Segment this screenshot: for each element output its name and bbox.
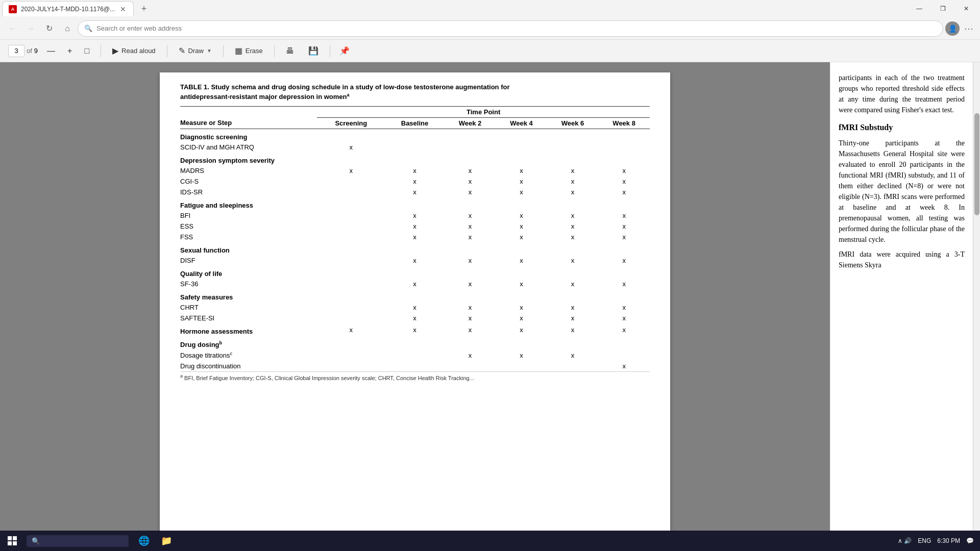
erase-button[interactable]: ▦ Erase — [230, 43, 268, 59]
table-section-header: Drug dosingb — [180, 336, 650, 349]
table-row: DISFxxxxx — [180, 255, 650, 266]
table-row: FSSxxxxx — [180, 232, 650, 242]
tab-close-button[interactable]: ✕ — [119, 5, 127, 13]
col-week2: Week 2 — [445, 117, 496, 129]
right-para-2: Thirty-one participants at the Massachus… — [839, 138, 965, 245]
page-number-input[interactable] — [8, 45, 24, 57]
taskbar-right: ∧ 🔊 ENG 6:30 PM 💬 — [898, 537, 980, 544]
taskbar-clock: 6:30 PM — [937, 537, 960, 544]
table-section-header: Quality of life — [180, 266, 650, 279]
time-point-header: Time Point — [317, 106, 650, 117]
read-aloud-label: Read aloud — [121, 47, 156, 55]
table-row: CHRTxxxxx — [180, 302, 650, 313]
toolbar-divider-4 — [274, 45, 275, 57]
draw-button[interactable]: ✎ Draw ▼ — [174, 43, 217, 59]
right-para-3: fMRI data were acquired using a 3-T Siem… — [839, 249, 965, 270]
table-section-header: Sexual function — [180, 242, 650, 255]
fmri-substudy-heading: fMRI Substudy — [839, 121, 965, 134]
table-row: SCID-IV and MGH ATRQx — [180, 142, 650, 153]
pdf-viewport: TABLE 1. Study schema and drug dosing sc… — [0, 62, 830, 531]
right-para-1: participants in each of the two treatmen… — [839, 72, 965, 115]
total-pages: 9 — [34, 47, 38, 55]
minimize-button[interactable]: — — [908, 0, 931, 17]
zoom-out-button[interactable]: — — [42, 43, 60, 59]
measure-col-header: Measure or Step — [180, 117, 317, 129]
taskbar: 🔍 🌐 📁 ∧ 🔊 ENG 6:30 PM 💬 — [0, 531, 980, 551]
table-row: BFIxxxxx — [180, 210, 650, 221]
save-icon: 💾 — [308, 46, 318, 56]
svg-rect-2 — [8, 541, 12, 545]
table-row: Dosage titrationscxxx — [180, 349, 650, 361]
table-row: IDS-SRxxxxx — [180, 187, 650, 197]
fit-icon: □ — [84, 46, 89, 56]
svg-rect-1 — [13, 536, 17, 540]
table-row: CGI-Sxxxxx — [180, 176, 650, 187]
table-row: MADRSxxxxxx — [180, 165, 650, 176]
restore-button[interactable]: ❐ — [931, 0, 954, 17]
erase-label: Erase — [246, 47, 263, 55]
home-button[interactable]: ⌂ — [59, 20, 76, 37]
table-row: Hormone assessmentsxxxxxx — [180, 323, 650, 336]
table-row: Drug discontinuationx — [180, 361, 650, 372]
right-text-column: participants in each of the two treatmen… — [830, 62, 973, 531]
fit-button[interactable]: □ — [79, 43, 94, 59]
table-row: SF-36xxxxx — [180, 279, 650, 289]
caption-sup: a — [347, 92, 350, 97]
taskbar-app-edge[interactable]: 🌐 — [135, 532, 153, 550]
refresh-button[interactable]: ↻ — [41, 20, 57, 37]
tab-favicon: A — [9, 5, 17, 13]
more-button[interactable]: ⋯ — [962, 21, 976, 36]
taskbar-app-file[interactable]: 📁 — [157, 532, 176, 550]
draw-icon: ✎ — [179, 46, 185, 56]
col-week6: Week 6 — [547, 117, 599, 129]
toolbar-divider-1 — [101, 45, 101, 57]
pdf-paper: TABLE 1. Study schema and drug dosing sc… — [160, 72, 670, 531]
table-section-header: Safety measures — [180, 289, 650, 302]
start-button[interactable] — [0, 531, 24, 551]
table-section-header: Depression symptom severity — [180, 153, 650, 165]
new-tab-button[interactable]: + — [137, 2, 151, 16]
print-button[interactable]: 🖶 — [281, 43, 299, 59]
svg-rect-3 — [13, 541, 17, 545]
taskbar-search-icon: 🔍 — [32, 537, 40, 545]
read-aloud-icon: ▶ — [112, 46, 118, 56]
table-row: ESSxxxxx — [180, 221, 650, 232]
read-aloud-button[interactable]: ▶ Read aloud — [107, 43, 161, 59]
forward-button[interactable]: → — [22, 20, 39, 37]
draw-label: Draw — [188, 47, 204, 55]
save-button[interactable]: 💾 — [303, 43, 324, 59]
study-table: Time Point Measure or Step Screening Bas… — [180, 106, 650, 383]
table-row: SAFTEE-SIxxxxx — [180, 313, 650, 323]
zoom-in-button[interactable]: + — [62, 43, 77, 59]
close-button[interactable]: ✕ — [954, 0, 978, 17]
page-separator: of — [27, 47, 32, 55]
browser-tab[interactable]: A 2020-JULY14-T-MDD-10.1176@... ✕ — [2, 1, 134, 16]
erase-icon: ▦ — [235, 46, 242, 56]
notification-icon[interactable]: 💬 — [966, 537, 974, 544]
taskbar-search[interactable]: 🔍 — [27, 535, 129, 547]
table-caption: TABLE 1. Study schema and drug dosing sc… — [180, 83, 537, 102]
svg-rect-0 — [8, 536, 12, 540]
back-button[interactable]: ← — [4, 20, 20, 37]
clock-time: 6:30 PM — [937, 537, 960, 544]
table-section-header: Fatigue and sleepiness — [180, 197, 650, 210]
toolbar-divider-5 — [330, 45, 330, 57]
language-indicator: ENG — [918, 537, 931, 544]
system-tray-icons: ∧ 🔊 — [898, 537, 912, 544]
col-baseline: Baseline — [385, 117, 444, 129]
table-section-header: Diagnostic screening — [180, 129, 650, 142]
zoom-out-icon: — — [47, 46, 55, 56]
scrollbar[interactable] — [973, 62, 980, 531]
tab-label: 2020-JULY14-T-MDD-10.1176@... — [21, 6, 115, 13]
address-bar[interactable]: 🔍 — [78, 20, 943, 37]
draw-arrow-icon: ▼ — [207, 48, 212, 54]
user-avatar[interactable]: 👤 — [945, 21, 960, 36]
table-footnote: a BFI, Brief Fatigue Inventory; CGI-S, C… — [180, 372, 650, 383]
pin-button[interactable]: 📌 — [336, 43, 353, 59]
page-navigation: of 9 — [8, 45, 38, 57]
col-week8: Week 8 — [598, 117, 650, 129]
taskbar-apps: 🌐 📁 — [135, 532, 176, 550]
toolbar-divider-2 — [167, 45, 167, 57]
address-input[interactable] — [96, 24, 937, 32]
scrollbar-thumb[interactable] — [974, 113, 979, 215]
